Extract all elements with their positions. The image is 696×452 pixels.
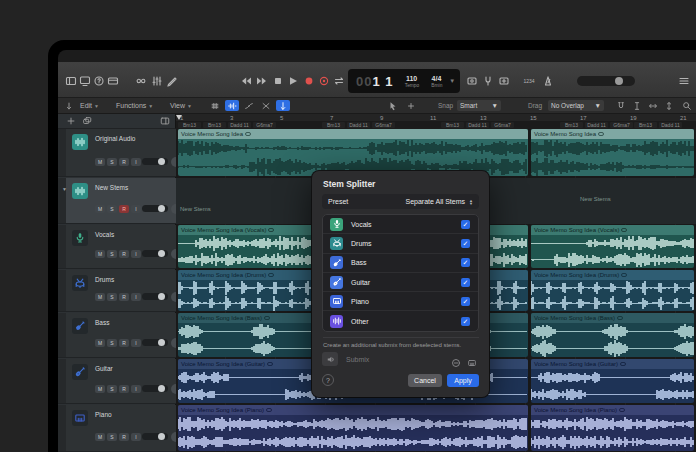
i-button[interactable]: I [131,339,141,347]
play-button[interactable] [287,75,299,87]
v-zoom-icon[interactable] [664,101,674,111]
audio-region[interactable]: Voice Memo Song Idea (Guitar) [531,359,694,403]
track-volume-slider[interactable] [142,250,168,257]
r-button[interactable]: R [119,158,129,166]
master-volume-slider[interactable] [577,76,635,86]
i-beam-icon[interactable] [632,101,642,111]
volume-knob[interactable] [158,385,165,392]
count-in-icon[interactable]: 1234 [520,75,538,87]
master-volume-knob[interactable] [615,77,623,85]
smart-controls-icon[interactable] [135,75,147,87]
snap-dropdown[interactable]: Smart▼ [457,100,501,111]
track-volume-slider[interactable] [142,293,168,300]
record-button[interactable] [303,75,315,87]
volume-knob[interactable] [158,293,165,300]
track-header-piano[interactable]: PianoMSRI [58,405,176,452]
pencil-tool-icon[interactable] [406,101,416,111]
stem-checkbox[interactable]: ✓ [461,220,470,229]
track-name[interactable]: Guitar [95,365,113,372]
track-zoom-icon[interactable] [276,100,290,111]
duplicate-track-button[interactable] [82,116,92,126]
r-button[interactable]: R [119,339,129,347]
track-icon-piano[interactable] [72,410,88,426]
rewind-button[interactable] [240,75,252,87]
m-button[interactable]: M [95,250,105,258]
replace-icon[interactable] [498,75,510,87]
tuner-icon[interactable] [482,75,494,87]
library-icon[interactable] [65,75,77,87]
quick-help-icon[interactable] [93,75,105,87]
list-editors-icon[interactable] [678,75,690,87]
s-button[interactable]: S [107,293,117,301]
m-button[interactable]: M [95,339,105,347]
track-header-options-icon[interactable] [160,116,170,126]
track-icon-bass[interactable] [72,318,88,334]
lcd-chevron-icon[interactable]: ▼ [449,78,455,84]
mixer-icon[interactable] [151,75,163,87]
i-button[interactable]: I [131,250,141,258]
track-header-bass[interactable]: BassMSRI [58,313,176,358]
waveform-view-icon[interactable] [225,100,239,111]
stem-checkbox[interactable]: ✓ [461,317,470,326]
m-button[interactable]: M [95,293,105,301]
disclosure-chevron-icon[interactable]: ▼ [62,186,67,192]
volume-knob[interactable] [158,250,165,257]
s-button[interactable]: S [107,339,117,347]
track-header-guitar[interactable]: GuitarMSRI [58,359,176,404]
stem-checkbox[interactable]: ✓ [461,278,470,287]
m-button[interactable]: M [95,205,105,213]
track-icon-mic[interactable] [72,230,88,246]
track-icon-stack[interactable] [72,183,88,199]
r-button[interactable]: R [119,205,129,213]
s-button[interactable]: S [107,158,117,166]
s-button[interactable]: S [107,385,117,393]
track-name[interactable]: Piano [95,411,112,418]
track-name[interactable]: Vocals [95,231,114,238]
track-icon-waveform[interactable] [72,134,88,150]
volume-knob[interactable] [158,158,165,165]
view-menu[interactable]: View▼ [170,102,192,109]
r-button[interactable]: R [119,385,129,393]
bar-ruler[interactable]: 13579111315171921 [176,114,696,122]
automation-icon[interactable] [242,100,256,111]
audio-region[interactable]: Voice Memo Song Idea (Drums) [531,270,694,311]
i-button[interactable]: I [131,385,141,393]
stem-checkbox[interactable]: ✓ [461,239,470,248]
i-button[interactable]: I [131,293,141,301]
track-name[interactable]: Bass [95,319,109,326]
track-name[interactable]: Drums [95,276,114,283]
volume-knob[interactable] [158,205,165,212]
track-name[interactable]: New Stems [95,184,128,191]
volume-knob[interactable] [158,433,165,440]
s-button[interactable]: S [107,433,117,441]
pointer-tool-icon[interactable] [388,101,398,111]
magnet-icon[interactable] [616,101,626,111]
audio-region[interactable]: Voice Memo Song Idea (Vocals) [531,225,694,268]
forward-button[interactable] [256,75,268,87]
toolbar-toggle-icon[interactable] [107,75,119,87]
metronome-icon[interactable] [542,75,554,87]
track-header-vocals[interactable]: VocalsMSRI [58,225,176,269]
h-zoom-icon[interactable] [648,101,658,111]
audio-region[interactable]: Voice Memo Song Idea [531,129,694,176]
drag-dropdown[interactable]: No Overlap▼ [548,100,604,111]
track-volume-slider[interactable] [142,385,168,392]
track-header-drums[interactable]: DrumsMSRI [58,270,176,312]
help-button[interactable]: ? [322,374,334,386]
edit-menu[interactable]: Edit▼ [80,102,99,109]
m-button[interactable]: M [95,158,105,166]
m-button[interactable]: M [95,385,105,393]
i-button[interactable]: I [131,205,141,213]
track-volume-slider[interactable] [142,205,168,212]
functions-menu[interactable]: Functions▼ [116,102,153,109]
preset-dropdown[interactable]: Separate All Stems ▲▼ [406,198,474,205]
lcd-display[interactable]: 001 1 110Tempo 4/4Bmin ▼ [348,69,460,93]
inspector-icon[interactable] [79,75,91,87]
track-volume-slider[interactable] [142,158,168,165]
i-button[interactable]: I [131,158,141,166]
track-volume-slider[interactable] [142,339,168,346]
flex-icon[interactable] [259,100,273,111]
editors-icon[interactable] [166,75,178,87]
i-button[interactable]: I [131,433,141,441]
audio-region[interactable]: Voice Memo Song Idea (Piano) [531,405,694,451]
